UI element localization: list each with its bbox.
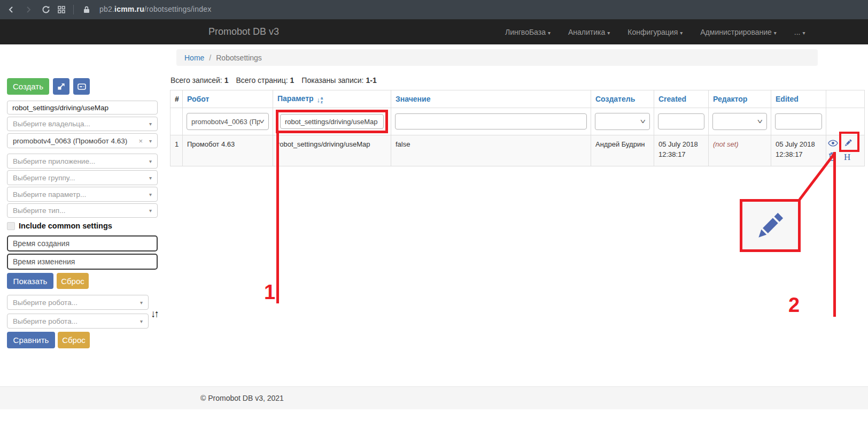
col-header-edited[interactable]: Edited [771,90,826,108]
footer: © Promobot DB v3, 2021 [0,386,868,409]
creator-filter-select[interactable]: ˅ [595,113,650,130]
show-button[interactable]: Показать [7,273,53,289]
created-filter-input[interactable] [658,113,704,129]
created-time-input[interactable] [7,235,158,251]
sort-alpha-asc-icon: ↓az [317,96,323,104]
edit-pencil-zoomed-icon [753,209,787,243]
menu-administration[interactable]: Администрирование▾ [700,28,777,36]
col-header-value[interactable]: Значение [391,90,591,108]
group-select[interactable]: Выберите группу... ▾ [7,170,158,185]
caret-down-icon: ▾ [149,158,152,164]
caret-down-icon: ▾ [607,30,610,36]
cell-actions: H [826,135,865,166]
table-row: 1 Промобот 4.63 robot_settings/driving/u… [170,135,865,166]
apps-grid-icon[interactable] [58,6,65,13]
swap-robots-icon[interactable]: ↓↑ [151,308,158,320]
edited-filter-input[interactable] [775,113,822,129]
edited-time-input[interactable] [7,254,158,270]
view-icon[interactable] [828,140,838,147]
export-button[interactable] [53,78,69,95]
col-header-robot[interactable]: Робот [183,90,273,108]
chevron-down-icon: ˅ [640,118,646,126]
app-window: pb2.icmm.ru/robotsettings/index Promobot… [0,0,868,427]
application-select[interactable]: Выберите приложение... ▾ [7,154,158,169]
type-select[interactable]: Выберите тип... ▾ [7,203,158,218]
chevron-down-icon: ˅ [757,118,763,126]
annotation-line-2 [833,152,836,317]
records-summary: Всего записей:1 Всего страниц:1 Показаны… [170,76,377,85]
url-domain: icmm.ru [114,5,144,13]
filter-edited-cell [771,108,826,135]
menu-more[interactable]: ...▾ [794,28,805,36]
param-search-input[interactable] [7,101,158,115]
cell-value: false [391,135,591,166]
owner-select[interactable]: Выберите владельца... ▾ [7,117,158,131]
filter-editor-cell: ˅ [709,108,771,135]
caret-down-icon: ▾ [140,300,143,306]
robot-filter-select[interactable]: promobotv4_0063 (Пр ˅ [187,113,269,130]
create-button[interactable]: Создать [7,78,49,95]
delete-trash-icon[interactable] [828,152,836,161]
address-bar[interactable]: pb2.icmm.ru/robotsettings/index [99,5,211,13]
col-header-param[interactable]: Параметр↓az [273,90,391,108]
cell-robot: Промобот 4.63 [183,135,273,166]
include-common-label: Include common settings [19,222,112,230]
brand[interactable]: Promobot DB v3 [208,19,279,44]
editor-filter-select[interactable]: ˅ [712,113,767,130]
compare-robot1-select[interactable]: Выберите робота... ▾ [7,295,149,310]
menu-analytics[interactable]: Аналитика▾ [568,28,610,36]
card-icon [78,83,86,90]
filter-created-cell [654,108,709,135]
back-icon[interactable] [7,6,15,13]
chevron-down-icon: ˅ [259,118,265,126]
breadcrumb-separator: / [209,54,211,62]
caret-down-icon: ▾ [149,121,152,127]
cell-creator: Андрей Будрин [591,135,654,166]
caret-down-icon: ▾ [149,175,152,181]
robot-select[interactable]: promobotv4_0063 (Промобот 4.63) × ▾ [7,133,158,148]
compare-button[interactable]: Сравнить [7,332,55,348]
total-pages: Всего страниц:1 [236,76,294,85]
compare-robot2-select[interactable]: Выберите робота... ▾ [7,314,149,329]
menu-lingvobaza[interactable]: ЛингвоБаза▾ [505,28,551,36]
filter-num-cell [170,108,183,135]
caret-down-icon: ▾ [149,192,152,197]
browser-chrome: pb2.icmm.ru/robotsettings/index [0,0,868,19]
lock-icon [83,6,90,13]
param-filter-input[interactable] [280,114,384,129]
caret-down-icon: ▾ [802,30,805,36]
include-common-checkbox[interactable] [7,222,15,230]
menu-configuration[interactable]: Конфигурация▾ [627,28,683,36]
cell-param: robot_settings/driving/useMap [273,135,391,166]
cell-created: 05 July 201812:38:17 [654,135,709,166]
cell-num: 1 [170,135,183,166]
breadcrumb-home-link[interactable]: Home [184,54,204,62]
filter-value-cell [391,108,591,135]
annotation-zoom-box [740,199,801,252]
reset-button[interactable]: Сброс [57,273,89,289]
filter-creator-cell: ˅ [591,108,654,135]
breadcrumb-current: Robotsettings [216,54,262,62]
clear-icon[interactable]: × [138,137,149,145]
col-header-editor[interactable]: Редактор [709,90,771,108]
col-header-creator[interactable]: Создатель [591,90,654,108]
filter-row: promobotv4_0063 (Пр ˅ ˅ ˅ [170,108,865,135]
filter-robot-cell: promobotv4_0063 (Пр ˅ [183,108,273,135]
compare-reset-button[interactable]: Сброс [58,332,90,348]
card-button[interactable] [73,78,90,95]
caret-down-icon: ▾ [140,318,143,324]
col-header-created[interactable]: Created [654,90,709,108]
url-prefix: pb2. [99,5,114,13]
value-filter-input[interactable] [395,113,587,129]
edit-pencil-icon[interactable] [843,138,853,148]
refresh-icon[interactable] [42,5,50,14]
history-link[interactable]: H [844,151,850,164]
shown-records: Показаны записи:1-1 [301,76,376,85]
cell-edited: 05 July 201812:38:17 [771,135,826,166]
total-records: Всего записей:1 [170,76,229,85]
parameter-select[interactable]: Выберите параметр... ▾ [7,187,158,202]
annotation-box-param [276,110,388,133]
forward-icon[interactable] [25,6,32,13]
filter-actions-cell [826,108,865,135]
cell-editor: (not set) [709,135,771,166]
